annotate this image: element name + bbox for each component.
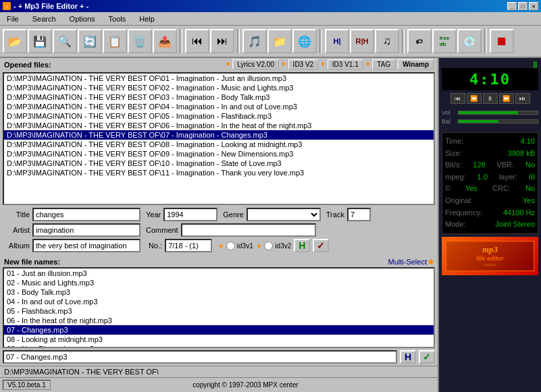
track-input[interactable] bbox=[347, 208, 371, 221]
status-bar: V5.10.beta.1 copyright © 1997-2003 MPX c… bbox=[0, 377, 438, 392]
name-item-3[interactable]: 04 - In and out of Love.mp3 bbox=[4, 297, 434, 306]
logo-mp3: mp3 bbox=[449, 244, 531, 255]
name-item-0[interactable]: 01 - Just an illusion.mp3 bbox=[4, 269, 434, 278]
name-item-6[interactable]: 07 - Changes.mp3 bbox=[4, 325, 434, 335]
music-button[interactable]: 🎵 bbox=[242, 29, 267, 53]
winamp-time-display: 4:10 bbox=[442, 68, 538, 90]
lyrics-tag-button[interactable]: Lyrics V2.00 bbox=[232, 59, 279, 69]
id3v2-radio-label[interactable]: id3v2 bbox=[263, 242, 291, 250]
save-filename-button[interactable]: H bbox=[400, 350, 416, 364]
file-item-1[interactable]: D:\MP3\IMAGINATION - THE VERY BEST OF\02… bbox=[4, 83, 434, 92]
id3v1-radio[interactable] bbox=[226, 242, 235, 250]
year-input[interactable] bbox=[163, 208, 217, 221]
new-names-header: New file names: Multi-Select ◆ bbox=[0, 256, 438, 267]
winamp-prev-button[interactable]: ⏮ bbox=[450, 93, 465, 104]
copy-button[interactable]: 📋 bbox=[103, 29, 127, 53]
menu-help[interactable]: Help bbox=[135, 13, 159, 24]
search-button[interactable]: 🔍 bbox=[53, 29, 77, 53]
title-input[interactable] bbox=[32, 208, 140, 221]
file-item-0[interactable]: D:\MP3\IMAGINATION - THE VERY BEST OF\01… bbox=[4, 74, 434, 83]
id3v2-tag-button[interactable]: ID3 V2 bbox=[288, 59, 319, 69]
comment-input[interactable] bbox=[181, 223, 316, 237]
note-button[interactable]: ♫ bbox=[375, 29, 399, 53]
winamp-rew-button[interactable]: ⏪ bbox=[467, 93, 482, 104]
balance-slider[interactable] bbox=[458, 119, 538, 123]
file-item-8[interactable]: D:\MP3\IMAGINATION - THE VERY BEST OF\09… bbox=[4, 149, 434, 159]
cancel-tag-button[interactable]: ✓ bbox=[313, 239, 329, 252]
file-item-4[interactable]: D:\MP3\IMAGINATION - THE VERY BEST OF\05… bbox=[4, 111, 434, 121]
disc-button[interactable]: 💿 bbox=[457, 29, 482, 53]
rh-button[interactable]: R|H bbox=[350, 29, 374, 53]
name-item-1[interactable]: 02 - Music and Lights.mp3 bbox=[4, 278, 434, 287]
refresh-button[interactable]: 🔄 bbox=[78, 29, 102, 53]
web-button[interactable]: 🌐 bbox=[292, 29, 317, 53]
next-button[interactable]: ⏭ bbox=[210, 29, 234, 53]
tag-row-3: Album No.: ♦ id3v1 ♦ id3v2 H ✓ bbox=[3, 239, 435, 252]
no-input[interactable] bbox=[165, 239, 212, 252]
close-button[interactable]: × bbox=[529, 2, 538, 10]
save-button[interactable]: 💾 bbox=[28, 29, 52, 53]
multiselect-button[interactable]: Multi-Select ◆ bbox=[388, 257, 434, 266]
open-folder-button[interactable]: 📂 bbox=[3, 29, 27, 53]
tag-button[interactable]: 🏷 bbox=[407, 29, 432, 53]
time-info-label: Time: bbox=[445, 136, 463, 148]
winamp-next-button[interactable]: ⏭ bbox=[515, 93, 530, 104]
id3v11-tag-button[interactable]: ID3 V1.1 bbox=[328, 59, 363, 69]
tag-tag-button[interactable]: TAG bbox=[372, 59, 395, 69]
id3v2-radio[interactable] bbox=[264, 242, 273, 250]
export-button[interactable]: 📤 bbox=[153, 29, 177, 53]
name-item-5[interactable]: 06 - In the heat of the night.mp3 bbox=[4, 316, 434, 325]
id3v1-radio-label[interactable]: id3v1 bbox=[226, 242, 253, 250]
name-item-4[interactable]: 05 - Flashback.mp3 bbox=[4, 306, 434, 316]
save-tag-button[interactable]: H bbox=[294, 239, 310, 252]
confirm-filename-button[interactable]: ✓ bbox=[419, 350, 435, 364]
file-item-2[interactable]: D:\MP3\IMAGINATION - THE VERY BEST OF\03… bbox=[4, 92, 434, 102]
file-item-10[interactable]: D:\MP3\IMAGINATION - THE VERY BEST OF\11… bbox=[4, 168, 434, 177]
name-item-7[interactable]: 08 - Looking at midnight.mp3 bbox=[4, 335, 434, 344]
pause-indicator: || bbox=[533, 61, 537, 68]
filename-edit-input[interactable] bbox=[3, 350, 397, 364]
stop-button[interactable]: ⏹ bbox=[490, 29, 514, 53]
volume-slider[interactable] bbox=[458, 111, 538, 115]
info-copyright-row: © Yes CRC: No bbox=[445, 183, 535, 195]
genre-select[interactable] bbox=[247, 208, 321, 221]
file-list[interactable]: D:\MP3\IMAGINATION - THE VERY BEST OF\01… bbox=[3, 72, 435, 205]
maximize-button[interactable]: □ bbox=[518, 2, 527, 10]
file-item-3[interactable]: D:\MP3\IMAGINATION - THE VERY BEST OF\04… bbox=[4, 102, 434, 111]
vbr-label: VBR: bbox=[496, 159, 514, 171]
album-input[interactable] bbox=[32, 239, 140, 252]
h-button[interactable]: H| bbox=[325, 29, 349, 53]
winamp-pause-button[interactable]: ⏸ bbox=[483, 93, 498, 104]
new-names-section: New file names: Multi-Select ◆ 01 - Just… bbox=[0, 256, 438, 366]
artist-input[interactable] bbox=[32, 223, 140, 237]
new-names-list[interactable]: 01 - Just an illusion.mp3 02 - Music and… bbox=[3, 267, 435, 348]
winamp-info-panel: Time: 4:10 Size: 3908 kB Bit/s: 128 VBR:… bbox=[442, 132, 538, 234]
freq-val: 44100 Hz bbox=[503, 207, 535, 219]
file-item-5[interactable]: D:\MP3\IMAGINATION - THE VERY BEST OF\06… bbox=[4, 121, 434, 130]
file-item-6[interactable]: D:\MP3\IMAGINATION - THE VERY BEST OF\07… bbox=[4, 130, 434, 140]
vol-label: Vol bbox=[442, 109, 455, 116]
prev-button[interactable]: ⏮ bbox=[185, 29, 209, 53]
file-item-7[interactable]: D:\MP3\IMAGINATION - THE VERY BEST OF\08… bbox=[4, 140, 434, 149]
menu-options[interactable]: Options bbox=[66, 13, 99, 24]
menu-search[interactable]: Search bbox=[28, 13, 60, 24]
mpeg-val: 1.0 bbox=[478, 171, 488, 184]
delete-button[interactable]: 🗑️ bbox=[128, 29, 152, 53]
folder2-button[interactable]: 📁 bbox=[267, 29, 292, 53]
winamp-fwd-button[interactable]: ⏩ bbox=[499, 93, 514, 104]
winamp-sliders: Vol Bal bbox=[442, 107, 538, 130]
name-item-2[interactable]: 03 - Body Talk.mp3 bbox=[4, 287, 434, 297]
file-item-9[interactable]: D:\MP3\IMAGINATION - THE VERY BEST OF\10… bbox=[4, 159, 434, 168]
mode-label: Mode: bbox=[445, 219, 466, 231]
toolbar-separator-2 bbox=[237, 29, 240, 53]
layer-val: III bbox=[529, 171, 535, 184]
size-info-label: Size: bbox=[445, 148, 461, 160]
freedb-button[interactable]: freedb bbox=[432, 29, 457, 53]
title-label: Title bbox=[3, 211, 30, 219]
info-bits-row: Bit/s: 128 VBR: No bbox=[445, 159, 535, 171]
toolbar-separator-4 bbox=[402, 29, 405, 53]
menu-file[interactable]: File bbox=[3, 13, 23, 24]
path-bar: D:\MP3\IMAGINATION - THE VERY BEST OF\ bbox=[0, 366, 438, 377]
minimize-button[interactable]: _ bbox=[507, 2, 517, 10]
menu-tools[interactable]: Tools bbox=[105, 13, 130, 24]
